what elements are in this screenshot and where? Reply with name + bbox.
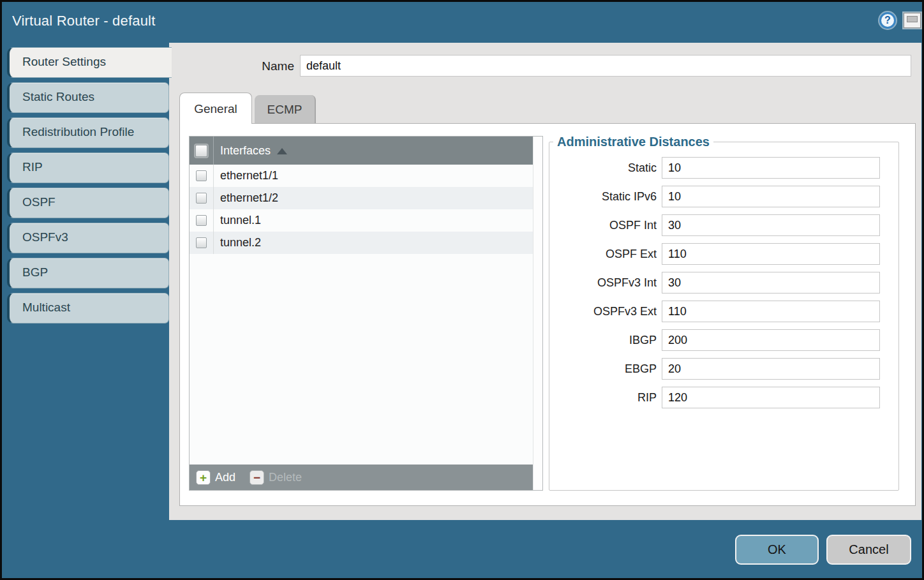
- sidebar-item-label: Multicast: [22, 301, 70, 314]
- help-icon[interactable]: ?: [879, 12, 896, 29]
- distance-field-row: OSPF Ext: [549, 243, 898, 265]
- administrative-distances-fields: Static Static IPv6 OSPF Int OSPF Ext OSP…: [549, 157, 898, 408]
- tab-ecmp[interactable]: ECMP: [255, 95, 316, 124]
- ok-button[interactable]: OK: [735, 535, 819, 565]
- plus-icon: +: [196, 470, 211, 485]
- interfaces-column-header[interactable]: Interfaces: [190, 137, 533, 165]
- distance-field-label: OSPFv3 Ext: [549, 305, 657, 318]
- distance-field-input[interactable]: [662, 186, 880, 207]
- interface-name: tunnel.1: [220, 214, 261, 227]
- administrative-distances-group: Administrative Distances Static Static I…: [549, 135, 899, 491]
- sidebar-item-label: RIP: [22, 160, 43, 174]
- interface-name: ethernet1/1: [220, 169, 278, 182]
- select-all-cell: [190, 137, 214, 165]
- distance-field-label: EBGP: [549, 362, 657, 376]
- row-checkbox[interactable]: [196, 237, 207, 248]
- distance-field-row: IBGP: [549, 329, 898, 351]
- add-interface-button[interactable]: + Add: [196, 470, 235, 485]
- cancel-button[interactable]: Cancel: [826, 535, 911, 565]
- sidebar-item-redistribution-profile[interactable]: Redistribution Profile: [7, 117, 169, 148]
- tab-general[interactable]: General: [179, 93, 252, 124]
- title-bar: Virtual Router - default ?: [2, 2, 922, 43]
- interface-row[interactable]: ethernet1/2: [190, 187, 533, 209]
- administrative-distances-title: Administrative Distances: [553, 135, 713, 149]
- sidebar-item-rip[interactable]: RIP: [7, 152, 169, 183]
- interface-name: ethernet1/2: [220, 191, 278, 205]
- name-label: Name: [169, 59, 294, 73]
- minus-icon: −: [250, 470, 264, 485]
- row-checkbox[interactable]: [196, 193, 207, 204]
- distance-field-row: OSPF Int: [549, 214, 898, 236]
- distance-field-label: RIP: [549, 391, 657, 405]
- row-checkbox[interactable]: [196, 215, 207, 226]
- sidebar-item-label: BGP: [22, 265, 48, 279]
- delete-button-label: Delete: [269, 471, 302, 484]
- distance-field-row: OSPFv3 Int: [549, 272, 898, 294]
- table-empty-area: [190, 254, 533, 465]
- sidebar-item-ospfv3[interactable]: OSPFv3: [7, 223, 169, 253]
- distance-field-input[interactable]: [662, 301, 880, 322]
- table-toolbar: + Add − Delete: [190, 465, 533, 490]
- interface-row[interactable]: ethernet1/1: [190, 165, 533, 187]
- interface-row[interactable]: tunnel.1: [190, 209, 533, 232]
- table-scrollbar-track[interactable]: [533, 137, 542, 490]
- distance-field-input[interactable]: [662, 214, 880, 236]
- distance-field-input[interactable]: [662, 243, 880, 265]
- sidebar-item-ospf[interactable]: OSPF: [7, 188, 169, 218]
- sidebar-item-label: OSPFv3: [22, 230, 68, 244]
- interfaces-header-label: Interfaces: [220, 144, 271, 158]
- sidebar-item-label: Redistribution Profile: [22, 125, 134, 138]
- distance-field-input[interactable]: [662, 329, 880, 351]
- interfaces-table: Interfaces ethernet1/1 ethernet1/2 tunne…: [189, 136, 543, 491]
- row-check-cell: [190, 187, 214, 209]
- sidebar-item-router-settings[interactable]: Router Settings: [7, 47, 172, 78]
- distance-field-row: OSPFv3 Ext: [549, 301, 898, 322]
- sidebar-item-static-routes[interactable]: Static Routes: [7, 82, 169, 113]
- restore-window-icon[interactable]: [904, 13, 921, 28]
- distance-field-row: RIP: [549, 387, 898, 408]
- add-button-label: Add: [215, 471, 235, 484]
- row-check-cell: [190, 209, 214, 232]
- name-input[interactable]: [300, 55, 911, 77]
- select-all-checkbox[interactable]: [195, 145, 207, 157]
- distance-field-label: Static IPv6: [549, 190, 657, 204]
- sidebar-item-label: Static Routes: [22, 90, 94, 103]
- distance-field-label: OSPFv3 Int: [549, 276, 657, 290]
- distance-field-label: OSPF Int: [549, 219, 657, 232]
- dialog-title: Virtual Router - default: [12, 13, 156, 29]
- sidebar-item-label: Router Settings: [22, 55, 106, 68]
- distance-field-input[interactable]: [662, 358, 880, 380]
- distance-field-label: OSPF Ext: [549, 248, 657, 261]
- distance-field-row: Static: [549, 157, 898, 179]
- row-check-cell: [190, 165, 214, 187]
- distance-field-label: Static: [549, 161, 657, 175]
- distance-field-input[interactable]: [662, 157, 880, 179]
- distance-field-input[interactable]: [662, 272, 880, 294]
- sidebar-item-bgp[interactable]: BGP: [7, 258, 169, 288]
- sidebar-item-multicast[interactable]: Multicast: [7, 293, 169, 323]
- interface-name: tunnel.2: [220, 236, 261, 249]
- interfaces-rows: ethernet1/1 ethernet1/2 tunnel.1 tunnel.…: [190, 165, 533, 254]
- row-checkbox[interactable]: [196, 170, 207, 181]
- interface-row[interactable]: tunnel.2: [190, 232, 533, 254]
- sort-ascending-icon: [277, 148, 287, 154]
- restore-window-icon-inner: [907, 16, 918, 22]
- delete-interface-button[interactable]: − Delete: [250, 470, 302, 485]
- distance-field-input[interactable]: [662, 387, 880, 408]
- distance-field-row: Static IPv6: [549, 186, 898, 207]
- distance-field-row: EBGP: [549, 358, 898, 380]
- virtual-router-dialog: Virtual Router - default ? Router Settin…: [0, 0, 924, 580]
- sidebar-item-label: OSPF: [22, 195, 56, 209]
- row-check-cell: [190, 232, 214, 254]
- distance-field-label: IBGP: [549, 334, 657, 347]
